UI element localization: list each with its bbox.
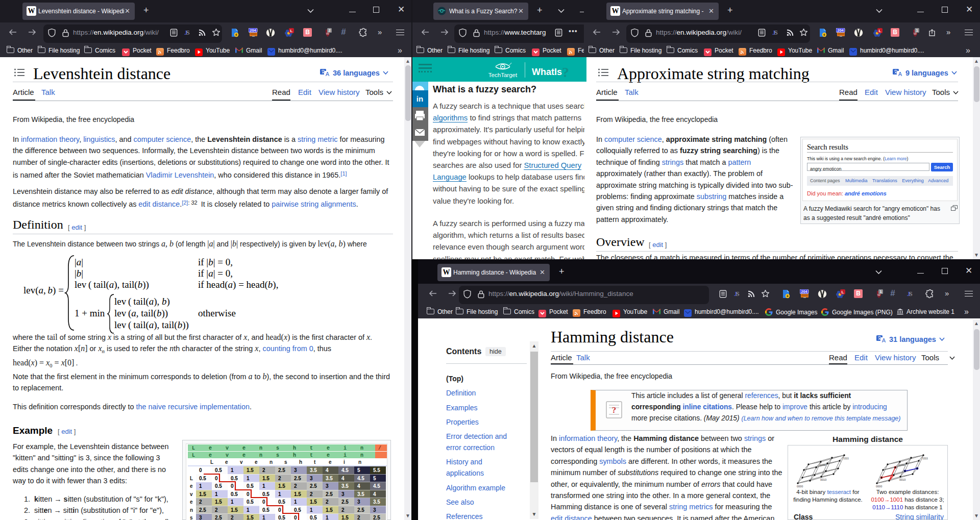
svg-text:e: e [242,453,246,458]
svg-text:e: e [329,459,332,465]
svg-text:s: s [276,453,279,458]
svg-text:i: i [344,459,345,465]
svg-text:s: s [276,445,279,451]
svg-text:3.5: 3.5 [310,467,317,473]
svg-text:2.5: 2.5 [278,467,285,473]
svg-text:L: L [190,476,193,481]
svg-text:2.5: 2.5 [199,507,206,513]
svg-text:3.5: 3.5 [373,499,380,505]
svg-text:204: 204 [250,28,256,33]
svg-text:2: 2 [326,499,329,505]
svg-text:1: 1 [247,507,250,513]
svg-text:e: e [225,459,228,465]
svg-text:v: v [240,459,243,465]
svg-text:2: 2 [215,507,218,513]
svg-text:1.5: 1.5 [199,491,206,497]
svg-text:1: 1 [310,507,313,513]
svg-text:0: 0 [294,515,297,520]
svg-text:1: 1 [262,515,265,520]
svg-text:3: 3 [294,467,297,473]
svg-text:L: L [210,459,213,465]
svg-text:1: 1 [231,467,234,473]
svg-text:i: i [344,445,347,451]
svg-text:L: L [192,445,195,451]
svg-text:t: t [314,459,316,465]
svg-text:3: 3 [373,507,376,513]
svg-text:L: L [879,29,881,33]
svg-text:4.5: 4.5 [373,483,380,489]
svg-text:n: n [190,507,193,513]
svg-text:1: 1 [916,28,918,33]
svg-text:1: 1 [294,499,297,505]
svg-text:i: i [344,453,347,458]
svg-text:0000: 0000 [876,485,882,487]
svg-text:n: n [259,453,262,458]
svg-text:s: s [284,459,287,465]
svg-text:2: 2 [294,483,297,489]
svg-text:e: e [209,453,212,458]
svg-text:2.5: 2.5 [215,515,222,520]
svg-text:n: n [360,453,363,458]
svg-text:n: n [270,459,273,465]
svg-text:v: v [190,491,193,497]
svg-text:0.5: 0.5 [310,515,317,520]
svg-text:1.5: 1.5 [294,491,301,497]
svg-text:1.5: 1.5 [231,507,238,513]
svg-text:2.5: 2.5 [357,507,364,513]
svg-text:3: 3 [357,499,360,505]
svg-text:1: 1 [326,515,329,520]
svg-text:0.5: 0.5 [231,476,238,481]
svg-text:1: 1 [278,491,281,497]
svg-text:4: 4 [326,467,329,473]
svg-text:1: 1 [199,483,202,489]
svg-text:0.5: 0.5 [278,515,285,520]
svg-text:1101: 1101 [899,463,905,466]
svg-text:1.5: 1.5 [247,515,254,520]
svg-text:2: 2 [328,28,330,33]
svg-text:0.5: 0.5 [278,499,285,505]
svg-text:h: h [293,453,296,458]
svg-text:0: 0 [247,491,250,497]
svg-text:3: 3 [326,483,329,489]
svg-text:t: t [310,445,313,451]
svg-text:0000: 0000 [797,485,803,487]
svg-text:3.5: 3.5 [326,476,333,481]
svg-text:v: v [226,453,229,458]
svg-text:h: h [299,459,302,465]
svg-text:n: n [259,445,262,451]
svg-text:0.5: 0.5 [262,507,270,513]
svg-text:3.5: 3.5 [341,483,349,489]
svg-text:2: 2 [310,491,313,497]
svg-text:0: 0 [262,499,265,505]
svg-text:0.5: 0.5 [294,507,301,513]
svg-text:1.5: 1.5 [326,507,333,513]
svg-text:2.5: 2.5 [294,476,301,481]
svg-text:1.5: 1.5 [310,499,317,505]
svg-text:A: A [326,71,330,77]
svg-text:2.5: 2.5 [341,499,349,505]
svg-text:/: / [378,445,381,451]
svg-text:e: e [242,445,246,451]
svg-text:e: e [190,483,193,489]
svg-text:2: 2 [231,515,234,520]
svg-text:A: A [882,337,886,343]
svg-text:3: 3 [199,515,202,520]
svg-text:2.5: 2.5 [373,515,380,520]
svg-text:n: n [358,459,361,465]
svg-text:n: n [360,445,363,451]
svg-text:0010: 0010 [820,478,826,481]
svg-text:2: 2 [262,467,265,473]
svg-text:0.5: 0.5 [215,483,222,489]
svg-text:0.5: 0.5 [215,467,222,473]
svg-text:2: 2 [278,476,281,481]
svg-text:3.5: 3.5 [357,491,364,497]
svg-text:1: 1 [247,476,250,481]
svg-text:204: 204 [837,28,844,33]
svg-text:4: 4 [373,491,376,497]
svg-text:e: e [327,445,330,451]
svg-text:0010: 0010 [899,478,905,481]
svg-text:1.5: 1.5 [278,483,285,489]
svg-text:1: 1 [215,491,218,497]
svg-text:4.5: 4.5 [357,476,364,481]
svg-text:2: 2 [341,507,345,513]
